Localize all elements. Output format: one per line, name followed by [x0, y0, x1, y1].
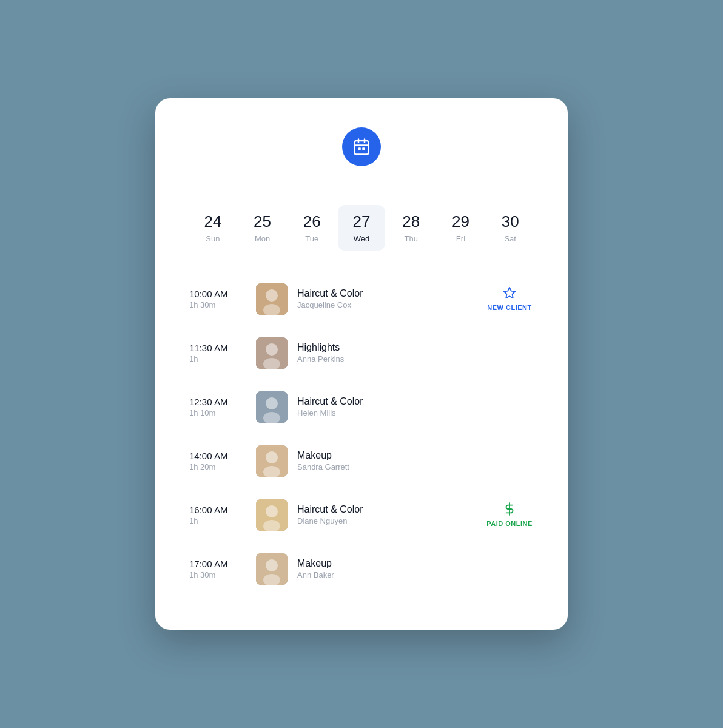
paid-online-badge: PAID ONLINE: [485, 502, 534, 527]
service-name: Highlights: [297, 342, 534, 353]
appointment-row[interactable]: 14:00 AM 1h 20m Makeup Sandra Garrett: [189, 434, 534, 488]
date-item-wed[interactable]: 27 Wed: [338, 205, 385, 250]
appointment-row[interactable]: 12:30 AM 1h 10m Haircut & Color Helen Mi…: [189, 380, 534, 434]
avatar: [256, 553, 288, 585]
date-day: Mon: [255, 234, 270, 243]
date-number: 29: [452, 212, 469, 231]
date-item-sun[interactable]: 24 Sun: [189, 205, 237, 250]
svg-rect-4: [358, 148, 361, 150]
appointment-row[interactable]: 10:00 AM 1h 30m Haircut & Color Jacqueli…: [189, 272, 534, 326]
date-number: 28: [402, 212, 420, 231]
date-item-tue[interactable]: 26 Tue: [288, 205, 335, 250]
time-duration: 1h 10m: [189, 408, 256, 417]
appointment-info: Haircut & Color Jacqueline Cox: [297, 288, 485, 309]
client-name: Ann Baker: [297, 570, 534, 579]
date-day: Sat: [504, 234, 516, 243]
svg-point-14: [266, 397, 278, 410]
time-duration: 1h 30m: [189, 570, 256, 579]
new-client-badge: NEW CLIENT: [485, 286, 534, 311]
appointment-time: 10:00 AM 1h 30m: [189, 289, 256, 309]
date-day: Wed: [354, 234, 370, 243]
svg-point-17: [266, 451, 278, 463]
appointment-time: 17:00 AM 1h 30m: [189, 559, 256, 579]
date-item-sat[interactable]: 30 Sat: [486, 205, 534, 250]
client-name: Jacqueline Cox: [297, 300, 485, 309]
calendar-icon: [342, 127, 381, 166]
appointment-list: 10:00 AM 1h 30m Haircut & Color Jacqueli…: [189, 272, 534, 596]
date-item-mon[interactable]: 25 Mon: [239, 205, 286, 250]
avatar: [256, 445, 288, 477]
appointment-row[interactable]: 11:30 AM 1h Highlights Anna Perkins: [189, 326, 534, 380]
svg-rect-5: [362, 148, 365, 150]
date-number: 27: [353, 212, 371, 231]
client-name: Sandra Garrett: [297, 462, 534, 471]
star-icon: [503, 286, 516, 303]
avatar: [256, 337, 288, 369]
date-number: 26: [303, 212, 321, 231]
appointment-time: 14:00 AM 1h 20m: [189, 451, 256, 471]
avatar: [256, 499, 288, 531]
appointment-info: Haircut & Color Diane Nguyen: [297, 504, 485, 525]
dollar-icon: [503, 502, 516, 519]
appointment-row[interactable]: 17:00 AM 1h 30m Makeup Ann Baker: [189, 542, 534, 596]
time-main: 17:00 AM: [189, 559, 256, 569]
date-day: Sun: [206, 234, 220, 243]
date-day: Thu: [405, 234, 418, 243]
service-name: Haircut & Color: [297, 288, 485, 299]
avatar: [256, 391, 288, 423]
date-number: 25: [254, 212, 271, 231]
paid-online-label: PAID ONLINE: [486, 520, 533, 527]
date-day: Fri: [456, 234, 465, 243]
date-picker: 24 Sun 25 Mon 26 Tue 27 Wed 28 Thu 29 Fr…: [189, 205, 534, 250]
appointment-time: 16:00 AM 1h: [189, 505, 256, 525]
service-name: Haircut & Color: [297, 396, 534, 407]
appointment-info: Makeup Ann Baker: [297, 558, 534, 579]
date-number: 24: [204, 212, 221, 231]
service-name: Makeup: [297, 558, 534, 569]
client-name: Diane Nguyen: [297, 516, 485, 525]
time-duration: 1h: [189, 516, 256, 525]
appointment-info: Highlights Anna Perkins: [297, 342, 534, 363]
time-main: 10:00 AM: [189, 289, 256, 299]
avatar: [256, 283, 288, 315]
date-number: 30: [502, 212, 519, 231]
appointment-time: 11:30 AM 1h: [189, 343, 256, 363]
svg-point-24: [266, 559, 278, 571]
client-name: Helen Mills: [297, 408, 534, 417]
svg-point-20: [266, 505, 278, 517]
date-item-fri[interactable]: 29 Fri: [437, 205, 485, 250]
date-day: Tue: [305, 234, 318, 243]
time-main: 16:00 AM: [189, 505, 256, 515]
time-main: 11:30 AM: [189, 343, 256, 353]
svg-point-11: [266, 343, 278, 356]
time-duration: 1h 30m: [189, 300, 256, 309]
appointment-row[interactable]: 16:00 AM 1h Haircut & Color Diane Nguyen: [189, 488, 534, 542]
new-client-label: NEW CLIENT: [487, 304, 531, 311]
appointment-info: Makeup Sandra Garrett: [297, 450, 534, 471]
service-name: Haircut & Color: [297, 504, 485, 515]
schedule-card: 24 Sun 25 Mon 26 Tue 27 Wed 28 Thu 29 Fr…: [155, 98, 568, 629]
header: [189, 127, 534, 183]
client-name: Anna Perkins: [297, 354, 534, 363]
time-duration: 1h: [189, 354, 256, 363]
time-main: 14:00 AM: [189, 451, 256, 461]
service-name: Makeup: [297, 450, 534, 461]
time-duration: 1h 20m: [189, 462, 256, 471]
date-item-thu[interactable]: 28 Thu: [388, 205, 435, 250]
svg-marker-9: [504, 288, 515, 298]
time-main: 12:30 AM: [189, 397, 256, 407]
svg-rect-0: [355, 141, 369, 155]
appointment-time: 12:30 AM 1h 10m: [189, 397, 256, 417]
appointment-info: Haircut & Color Helen Mills: [297, 396, 534, 417]
svg-point-7: [266, 289, 278, 302]
